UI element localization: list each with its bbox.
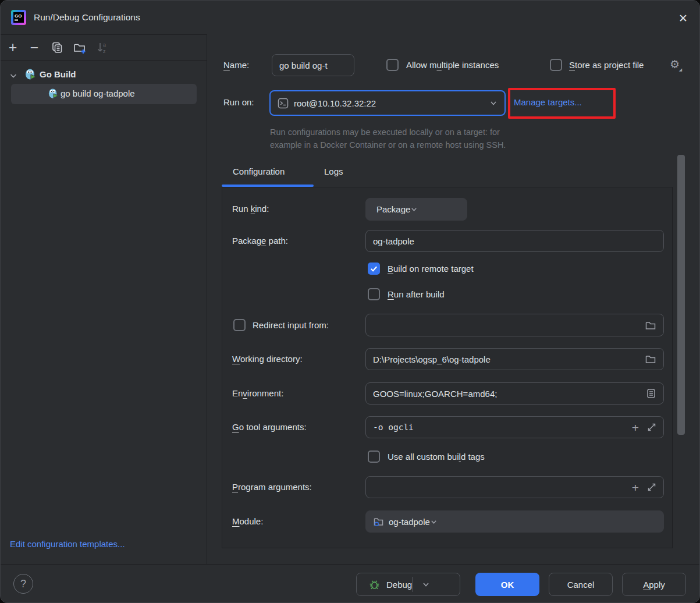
help-icon[interactable]: ? [13, 574, 33, 594]
run-on-label: Run on: [223, 97, 254, 107]
apply-button[interactable]: Apply [622, 573, 686, 596]
run-kind-label: Run kind: [232, 204, 269, 214]
go-tool-arguments-value: -o ogcli [373, 423, 414, 432]
environment-label: Environment: [232, 388, 283, 398]
sidebar: + − a [1, 34, 207, 564]
terminal-icon [278, 98, 289, 109]
tree-group-go-build[interactable]: Go Build [1, 65, 207, 85]
edit-variables-icon[interactable] [646, 388, 656, 399]
working-directory-label: Working directory: [232, 354, 303, 364]
svg-text:GO: GO [15, 13, 22, 19]
go-tool-arguments-input[interactable]: -o ogcli + [365, 416, 664, 438]
svg-text:z: z [103, 48, 106, 54]
working-directory-value: D:\Projects\ogsp_6\og-tadpole [373, 354, 491, 364]
package-path-value: og-tadpole [373, 236, 414, 246]
allow-multiple-instances-label: Allow multiple instances [406, 60, 499, 70]
add-argument-icon[interactable]: + [632, 481, 639, 494]
name-input[interactable]: go build og-t [272, 54, 354, 76]
goland-logo-icon: GO [11, 10, 26, 25]
debug-more-chevron-icon[interactable] [413, 580, 439, 588]
run-after-build-label: Run after build [388, 289, 445, 299]
go-build-icon [25, 69, 37, 80]
build-on-remote-target-checkbox[interactable] [368, 263, 380, 275]
tab-logs[interactable]: Logs [324, 166, 343, 176]
redirect-input-checkbox[interactable] [233, 319, 246, 331]
sort-alphabetically-icon: a z [95, 41, 109, 55]
run-kind-select[interactable]: Package [365, 198, 467, 221]
remove-configuration-icon[interactable]: − [27, 38, 42, 56]
environment-value: GOOS=linux;GOARCH=amd64; [373, 389, 497, 399]
help-text-line2: example in a Docker Container or on a re… [270, 139, 506, 151]
title-bar: GO Run/Debug Configurations ✕ [1, 1, 700, 34]
run-kind-value: Package [376, 204, 410, 214]
build-on-remote-target-label: Build on remote target [388, 264, 474, 274]
environment-input[interactable]: GOOS=linux;GOARCH=amd64; [365, 382, 664, 405]
use-custom-build-tags-label: Use all custom build tags [388, 452, 485, 462]
add-argument-icon[interactable]: + [632, 421, 639, 434]
run-after-build-checkbox[interactable] [368, 288, 380, 300]
dialog-title: Run/Debug Configurations [34, 12, 140, 23]
run-on-value: root@10.10.32.32:22 [294, 98, 376, 108]
run-debug-configurations-dialog: GO Run/Debug Configurations ✕ + − [0, 0, 700, 603]
redirect-input-label: Redirect input from: [253, 320, 329, 330]
footer-bar: ? Debug OK Cancel App [1, 564, 700, 603]
module-value: og-tadpole [389, 517, 430, 527]
program-arguments-label: Program arguments: [232, 482, 312, 492]
store-as-project-file-label: Store as project file [569, 60, 644, 70]
chevron-down-icon [430, 518, 438, 526]
go-run-configuration-icon [48, 88, 59, 99]
vertical-scrollbar[interactable] [677, 155, 685, 435]
working-directory-input[interactable]: D:\Projects\ogsp_6\og-tadpole [365, 348, 664, 370]
module-label: Module: [232, 516, 263, 526]
go-tool-arguments-label: Go tool arguments: [232, 422, 307, 432]
edit-configuration-templates-link[interactable]: Edit configuration templates... [10, 539, 125, 549]
configuration-tree: Go Build go build og-tadpole [1, 61, 207, 538]
run-on-help-text: Run configurations may be executed local… [270, 126, 506, 151]
store-as-project-file-checkbox[interactable] [550, 59, 562, 71]
add-configuration-icon[interactable]: + [5, 38, 20, 56]
use-custom-build-tags-checkbox[interactable] [368, 451, 380, 463]
store-options-gear-icon[interactable]: ⚙◢ [670, 58, 680, 70]
tab-configuration[interactable]: Configuration [233, 166, 285, 176]
debug-button-label: Debug [386, 580, 412, 590]
module-select[interactable]: og-tadpole [365, 510, 664, 533]
name-label: Name: [223, 60, 249, 70]
new-folder-icon[interactable] [73, 41, 87, 54]
expand-field-icon[interactable] [647, 423, 656, 432]
tree-item-selected[interactable]: go build og-tadpole [11, 84, 197, 104]
copy-configuration-icon[interactable] [51, 41, 63, 54]
folder-browse-icon[interactable] [645, 320, 656, 331]
debug-bug-icon [368, 579, 381, 591]
ok-button[interactable]: OK [475, 573, 539, 596]
folder-browse-icon[interactable] [645, 354, 656, 364]
chevron-down-icon[interactable] [9, 71, 18, 80]
chevron-down-icon [489, 99, 498, 107]
redirect-input-field[interactable] [365, 314, 664, 336]
module-icon [373, 516, 384, 527]
program-arguments-input[interactable]: + [365, 476, 664, 498]
manage-targets-link[interactable]: Manage targets... [514, 97, 582, 107]
close-icon[interactable]: ✕ [676, 10, 691, 26]
help-text-line1: Run configurations may be executed local… [270, 126, 506, 139]
cancel-button[interactable]: Cancel [549, 573, 613, 596]
package-path-input[interactable]: og-tadpole [365, 230, 664, 252]
svg-text:a: a [103, 42, 106, 48]
chevron-down-icon [410, 205, 418, 213]
run-on-select[interactable]: root@10.10.32.32:22 [269, 90, 506, 116]
sidebar-toolbar: + − a [1, 35, 207, 61]
package-path-label: Package path: [232, 236, 288, 246]
expand-field-icon[interactable] [647, 483, 656, 492]
tree-item-label: go build og-tadpole [61, 88, 135, 98]
tree-group-label: Go Build [40, 69, 76, 79]
debug-split-button[interactable]: Debug [356, 573, 460, 596]
name-input-value: go build og-t [279, 61, 328, 70]
allow-multiple-instances-checkbox[interactable] [386, 59, 399, 71]
